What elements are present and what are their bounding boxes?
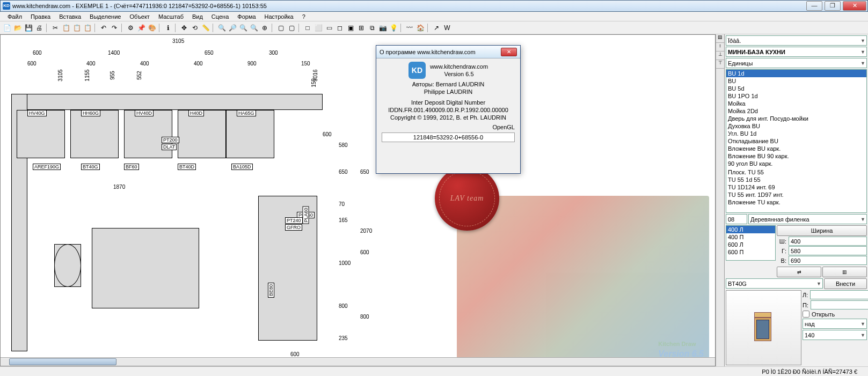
toolbar-btn-3[interactable]: 🖨 — [34, 23, 44, 33]
dialog-close-button[interactable]: ✕ — [501, 48, 517, 56]
toolbar-btn-33[interactable]: ⬜ — [313, 23, 323, 33]
menu-Масштаб[interactable]: Масштаб — [154, 13, 188, 20]
minimize-button[interactable]: — — [806, 1, 822, 11]
list-item[interactable]: Мойка 2Dd — [726, 107, 866, 115]
front-code-dropdown[interactable]: 08 — [726, 214, 747, 224]
toolbar-btn-13[interactable]: ⚙ — [126, 23, 135, 33]
menu-Вставка[interactable]: Вставка — [55, 13, 85, 20]
list-item[interactable]: Вложение BU карк. — [726, 145, 866, 152]
toolbar-btn-46[interactable]: W — [442, 23, 452, 33]
list-item[interactable]: TU 55 инт. 1D97 инт. — [726, 191, 866, 198]
toolbar-btn-42[interactable]: 〰 — [405, 23, 414, 33]
toolbar-btn-34[interactable]: ▭ — [324, 23, 334, 33]
menu-Выделение[interactable]: Выделение — [85, 13, 125, 20]
width-button[interactable]: Ширина — [777, 225, 867, 236]
vtool-4[interactable]: ⊤ — [716, 60, 724, 69]
front-style-dropdown[interactable]: Деревянная филенка▼ — [748, 214, 867, 224]
units-dropdown[interactable]: Единицы▼ — [726, 58, 867, 68]
list-item[interactable]: Духовка BU — [726, 122, 866, 130]
toolbar-btn-19[interactable]: ✥ — [179, 23, 189, 33]
menu-Сцена[interactable]: Сцена — [207, 13, 233, 20]
size-listbox[interactable]: 400 Л400 П600 Л600 П — [726, 225, 776, 261]
list-item[interactable]: BU 1d — [726, 70, 866, 77]
list-item[interactable]: BU 5d — [726, 85, 866, 92]
toolbar-btn-45[interactable]: ↗ — [432, 23, 441, 33]
left-input[interactable] — [810, 290, 868, 299]
list-item[interactable]: 400 П — [726, 233, 775, 241]
toolbar-btn-38[interactable]: ⧉ — [367, 23, 377, 33]
toolbar-btn-36[interactable]: ▣ — [346, 23, 355, 33]
toolbar-btn-14[interactable]: 📌 — [136, 23, 146, 33]
vtool-1[interactable]: ▤ — [716, 34, 724, 43]
mirror-button[interactable]: ▥ — [822, 267, 867, 277]
toolbar-btn-17[interactable]: ℹ — [163, 23, 173, 33]
flip-button[interactable]: ⇄ — [777, 267, 821, 277]
toolbar-btn-7[interactable]: 📋 — [72, 23, 82, 33]
vtool-2[interactable]: ↕ — [716, 43, 724, 51]
toolbar-btn-37[interactable]: ⊞ — [356, 23, 366, 33]
maximize-button[interactable]: ❐ — [825, 1, 841, 11]
toolbar-btn-2[interactable]: 💾 — [24, 23, 33, 33]
list-item[interactable]: Мойка — [726, 100, 866, 107]
toolbar-btn-8[interactable]: 📋 — [83, 23, 92, 33]
menu-?[interactable]: ? — [298, 13, 310, 20]
list-item[interactable]: TU 1D124 инт. 69 — [726, 183, 866, 191]
toolbar-btn-27[interactable]: ⊕ — [260, 23, 269, 33]
menu-Объект[interactable]: Объект — [125, 13, 154, 20]
toolbar-btn-11[interactable]: ↷ — [110, 23, 119, 33]
toolbar-btn-21[interactable]: 📏 — [201, 23, 210, 33]
toolbar-btn-5[interactable]: ✂ — [50, 23, 60, 33]
list-item[interactable]: BU 1PO 1d — [726, 92, 866, 100]
list-item[interactable]: 400 Л — [726, 226, 775, 233]
idaa-dropdown[interactable]: Ïðàâ.▼ — [726, 35, 867, 46]
toolbar-btn-30[interactable]: ▢ — [287, 23, 296, 33]
height-input[interactable] — [789, 256, 867, 265]
menu-Форма[interactable]: Форма — [233, 13, 260, 20]
list-item[interactable]: Плоск. TU 55 — [726, 168, 866, 176]
toolbar-btn-15[interactable]: 🎨 — [147, 23, 157, 33]
menu-Правка[interactable]: Правка — [26, 13, 55, 20]
width-input[interactable] — [789, 237, 867, 246]
list-item[interactable]: Откладывание BU — [726, 137, 866, 145]
list-item[interactable]: TU 55 1d 55 — [726, 176, 866, 183]
toolbar-btn-29[interactable]: ▢ — [276, 23, 286, 33]
toolbar-btn-43[interactable]: 🏠 — [415, 23, 425, 33]
list-item[interactable]: BU — [726, 77, 866, 85]
menu-Вид[interactable]: Вид — [188, 13, 207, 20]
list-item[interactable]: Дверь для инт. Посудо-мойки — [726, 115, 866, 122]
list-item[interactable]: 90 угол BU карк. — [726, 160, 866, 167]
toolbar-btn-23[interactable]: 🔍 — [217, 23, 227, 33]
toolbar-btn-10[interactable]: ↶ — [99, 23, 108, 33]
vtool-3[interactable]: ⊥ — [716, 51, 724, 60]
toolbar-btn-35[interactable]: ◻ — [335, 23, 345, 33]
toolbar-btn-1[interactable]: 📂 — [13, 23, 23, 33]
horizontal-scrollbar[interactable] — [1, 357, 715, 366]
depth-input[interactable] — [789, 246, 867, 255]
toolbar-btn-39[interactable]: 📷 — [378, 23, 388, 33]
dialog-titlebar[interactable]: О программе www.kitchendraw.com ✕ — [376, 46, 520, 58]
list-item[interactable]: Угл. BU 1d — [726, 130, 866, 137]
item-code-dropdown[interactable]: BT40G▼ — [726, 278, 823, 289]
last-depth-dropdown[interactable]: 140▼ — [803, 330, 867, 340]
close-button[interactable]: ✕ — [843, 1, 866, 11]
list-item[interactable]: 600 П — [726, 248, 775, 256]
toolbar-btn-26[interactable]: 🔍 — [249, 23, 259, 33]
insert-button[interactable]: Внести — [824, 278, 867, 289]
items-listbox[interactable]: BU 1dBUBU 5dBU 1PO 1dМойкаМойка 2DdДверь… — [726, 69, 867, 213]
toolbar-btn-20[interactable]: ⟲ — [190, 23, 200, 33]
right-input[interactable] — [811, 300, 868, 309]
toolbar-btn-32[interactable]: □ — [303, 23, 312, 33]
open-checkbox[interactable] — [803, 311, 809, 318]
toolbar-btn-40[interactable]: 💡 — [389, 23, 398, 33]
over-dropdown[interactable]: над▼ — [803, 319, 867, 329]
menu-Настройка[interactable]: Настройка — [260, 13, 298, 20]
toolbar-btn-6[interactable]: 📋 — [61, 23, 71, 33]
menu-Файл[interactable]: Файл — [3, 13, 26, 20]
drawing-canvas[interactable]: 3105600140065030060040040040090015031051… — [0, 34, 716, 366]
toolbar-btn-24[interactable]: 🔎 — [228, 23, 237, 33]
toolbar-btn-0[interactable]: 📄 — [2, 23, 12, 33]
list-item[interactable]: Вложение TU карк. — [726, 198, 866, 206]
database-dropdown[interactable]: МИНИ-БАЗА КУХНИ▼ — [726, 47, 867, 57]
list-item[interactable]: Вложение BU 90 карк. — [726, 152, 866, 160]
list-item[interactable]: 600 Л — [726, 241, 775, 248]
